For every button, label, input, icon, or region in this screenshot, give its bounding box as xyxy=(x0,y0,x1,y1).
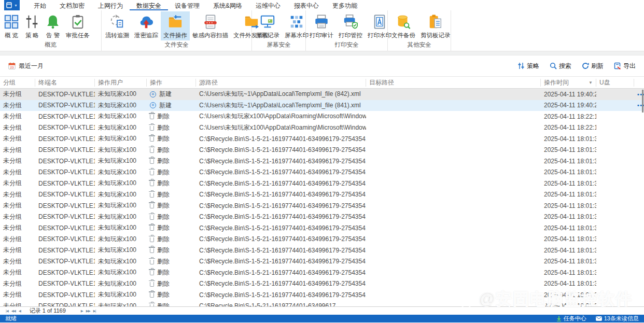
ribbon-group-label: 打印安全 xyxy=(306,40,387,51)
ribbon-item-alert[interactable]: 告 警 xyxy=(43,11,63,40)
tab-system-network[interactable]: 系统&网络 xyxy=(206,0,249,10)
tab-data-security[interactable]: 数据安全 xyxy=(130,0,168,10)
fast-prev-button[interactable]: ◀◀ xyxy=(10,309,17,313)
ribbon-item-overview[interactable]: 概 览 xyxy=(1,11,22,40)
ribbon-item-flow-trace[interactable]: 流转追溯 xyxy=(103,11,132,40)
table-row[interactable]: 未分组 DESKTOP-VLKTLE1 未知玩家x100 删除 C:\$Recy… xyxy=(0,178,644,189)
search-button[interactable]: 搜索 xyxy=(550,62,571,71)
envelope-icon xyxy=(596,316,602,321)
trash-icon xyxy=(150,159,154,164)
tab-device-mgmt[interactable]: 设备管理 xyxy=(168,0,206,10)
table-row[interactable]: 未分组 DESKTOP-VLKTLE1 未知玩家x100 删除 C:\$Recy… xyxy=(0,267,644,278)
tab-ops-center[interactable]: 运维中心 xyxy=(249,0,287,10)
policy-button[interactable]: 策略 xyxy=(517,62,539,71)
table-row[interactable]: 未分组 DESKTOP-VLKTLE1 未知玩家x100 删除 C:\$Recy… xyxy=(0,200,644,212)
table-row[interactable]: 未分组 DESKTOP-VLKTLE1 未知玩家x100 删除 C:\$Recy… xyxy=(0,212,644,223)
cell-source-path: C:\$Recycle.Bin\S-1-5-21-1619774401-6349… xyxy=(196,302,366,306)
cell-user: 未知玩家x100 xyxy=(95,302,147,306)
ribbon-item-file-operations[interactable]: 文件操作 xyxy=(161,11,190,40)
refresh-button[interactable]: 刷新 xyxy=(582,62,604,71)
unread-messages-button[interactable]: 13条未读信息 xyxy=(596,315,639,322)
tab-web-behavior[interactable]: 上网行为 xyxy=(91,0,130,10)
ribbon-item-content-scan[interactable]: 敏感内容扫描 xyxy=(190,11,231,40)
trash-icon xyxy=(150,248,154,253)
prev-page-button[interactable]: ◀ xyxy=(17,309,22,313)
cell-time: 2025-04-11 18:01:38 xyxy=(541,247,596,254)
column-header-group[interactable]: 分组 xyxy=(0,79,35,87)
cell-operation: 删除 xyxy=(147,302,196,306)
table-header: 分组 终端名 操作用户 操作 源路径 目标路径 操作时间 ▼ U盘 xyxy=(0,76,644,89)
ribbon-item-screen-record[interactable]: 屏幕记录 xyxy=(253,11,282,40)
next-page-button[interactable]: ▶ xyxy=(79,309,85,313)
fast-next-button[interactable]: ▶▶ xyxy=(85,309,92,313)
ribbon-item-leak-trace[interactable]: 泄密追踪 xyxy=(132,11,161,40)
tab-more-features[interactable]: 更多功能 xyxy=(326,0,364,10)
column-header-terminal[interactable]: 终端名 xyxy=(35,79,95,87)
cell-source-path: C:\$Recycle.Bin\S-1-5-21-1619774401-6349… xyxy=(196,213,366,220)
operation-label: 删除 xyxy=(157,134,170,143)
date-range-filter[interactable]: 23 最近一月 xyxy=(8,62,44,71)
tab-start[interactable]: 开始 xyxy=(27,0,53,10)
ribbon-group-overview: 概 览 策 略 告 警 审批任务 概览 xyxy=(0,10,102,51)
table-row[interactable]: 未分组 DESKTOP-VLKTLE1 未知玩家x100 删除 C:\$Recy… xyxy=(0,156,644,167)
column-header-time[interactable]: 操作时间 ▼ xyxy=(541,79,596,87)
table-row[interactable]: 未分组 DESKTOP-VLKTLE1 未知玩家x100 新建 C:\Users… xyxy=(0,89,644,100)
cell-source-path: C:\$Recycle.Bin\S-1-5-21-1619774401-6349… xyxy=(196,269,366,276)
cell-source-path: C:\Users\未知玩家x100\AppData\Roaming\Micros… xyxy=(196,112,366,121)
cell-group: 未分组 xyxy=(0,190,35,199)
first-page-button[interactable]: |◀ xyxy=(4,309,10,313)
table-row[interactable]: 未分组 DESKTOP-VLKTLE1 未知玩家x100 删除 C:\$Recy… xyxy=(0,256,644,268)
table-row[interactable]: 未分组 DESKTOP-VLKTLE1 未知玩家x100 删除 C:\$Recy… xyxy=(0,222,644,234)
table-row[interactable]: 未分组 DESKTOP-VLKTLE1 未知玩家x100 新建 C:\Users… xyxy=(0,100,644,111)
cell-group: 未分组 xyxy=(0,112,35,121)
table-row[interactable]: 未分组 DESKTOP-VLKTLE1 未知玩家x100 删除 C:\$Recy… xyxy=(0,234,644,245)
ribbon-group-screen-security: 屏幕记录 屏幕水印 屏幕安全 xyxy=(252,10,306,51)
cell-time: 2025-04-11 18:01:38 xyxy=(541,235,596,243)
overview-grid-icon xyxy=(4,13,19,31)
cell-terminal: DESKTOP-VLKTLE1 xyxy=(35,180,95,187)
cell-user: 未知玩家x100 xyxy=(95,246,147,255)
table-row[interactable]: 未分组 DESKTOP-VLKTLE1 未知玩家x100 删除 C:\$Recy… xyxy=(0,189,644,201)
table-row[interactable]: 未分组 DESKTOP-VLKTLE1 未知玩家x100 删除 C:\$Recy… xyxy=(0,167,644,178)
tab-doc-encrypt[interactable]: 文档加密 xyxy=(53,0,91,10)
column-header-source-path[interactable]: 源路径 xyxy=(196,79,366,87)
ribbon-item-clipboard-record[interactable]: 剪切板记录 xyxy=(418,11,453,40)
table-body: 未分组 DESKTOP-VLKTLE1 未知玩家x100 新建 C:\Users… xyxy=(0,89,644,306)
ribbon-item-approval[interactable]: 审批任务 xyxy=(63,11,92,40)
table-row[interactable]: 未分组 DESKTOP-VLKTLE1 未知玩家x100 删除 C:\$Recy… xyxy=(0,301,644,307)
table-row[interactable]: 未分组 DESKTOP-VLKTLE1 未知玩家x100 删除 C:\$Recy… xyxy=(0,245,644,256)
last-page-button[interactable]: ▶| xyxy=(92,309,97,313)
column-header-target-path[interactable]: 目标路径 xyxy=(366,79,541,87)
vertical-scrollbar-thumb[interactable] xyxy=(642,90,643,113)
chevron-down-icon[interactable]: ▼ xyxy=(589,79,593,87)
download-arrow-icon xyxy=(556,316,562,321)
app-menu-button[interactable]: ▼ xyxy=(4,0,20,10)
table-row[interactable]: 未分组 DESKTOP-VLKTLE1 未知玩家x100 删除 C:\Users… xyxy=(0,111,644,122)
cell-user: 未知玩家x100 xyxy=(95,112,147,121)
table-row[interactable]: 未分组 DESKTOP-VLKTLE1 未知玩家x100 删除 C:\$Recy… xyxy=(0,289,644,301)
operation-label: 删除 xyxy=(157,279,170,288)
table-row[interactable]: 未分组 DESKTOP-VLKTLE1 未知玩家x100 删除 C:\$Recy… xyxy=(0,133,644,145)
column-header-usb[interactable]: U盘 xyxy=(596,79,634,87)
cell-group: 未分组 xyxy=(0,268,35,277)
column-header-user[interactable]: 操作用户 xyxy=(95,79,147,87)
ribbon-item-print-audit[interactable]: 打印审计 xyxy=(307,11,336,40)
export-button[interactable]: 导出 xyxy=(614,62,636,71)
table-row[interactable]: 未分组 DESKTOP-VLKTLE1 未知玩家x100 删除 C:\$Recy… xyxy=(0,278,644,290)
cell-operation: 新建 xyxy=(147,90,196,99)
trash-icon xyxy=(150,304,154,306)
ribbon-item-print-control[interactable]: 打印管控 xyxy=(336,11,365,40)
column-header-operation[interactable]: 操作 xyxy=(147,79,196,87)
ribbon-item-policy[interactable]: 策 略 xyxy=(22,11,43,40)
cell-terminal: DESKTOP-VLKTLE1 xyxy=(35,168,95,176)
tab-report-center[interactable]: 报表中心 xyxy=(287,0,326,10)
table-row[interactable]: 未分组 DESKTOP-VLKTLE1 未知玩家x100 删除 C:\Users… xyxy=(0,122,644,134)
task-center-button[interactable]: 任务中心 xyxy=(556,315,586,322)
cell-source-path: C:\Users\未知玩~1\AppData\Local\Temp\xml_fi… xyxy=(196,101,366,110)
sliders-icon xyxy=(24,13,40,31)
ribbon-separator xyxy=(0,51,644,55)
ribbon-item-file-backup[interactable]: 文件备份 xyxy=(389,11,418,40)
cell-terminal: DESKTOP-VLKTLE1 xyxy=(35,213,95,220)
cell-group: 未分组 xyxy=(0,213,35,221)
table-row[interactable]: 未分组 DESKTOP-VLKTLE1 未知玩家x100 删除 C:\$Recy… xyxy=(0,145,644,156)
